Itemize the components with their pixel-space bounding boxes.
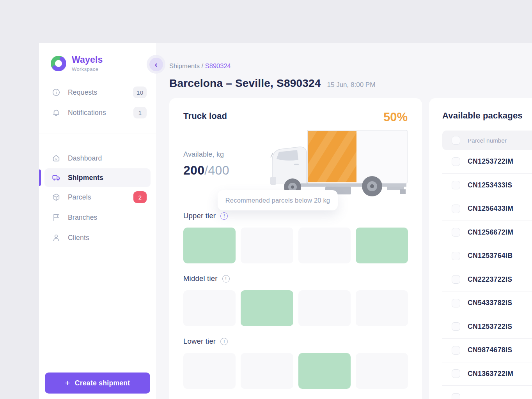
sidebar-item-label: Clients: [68, 234, 89, 242]
sidebar-item-label: Shipments: [68, 174, 103, 182]
brand-name: Wayels: [72, 55, 103, 65]
package-row: CN1256433IM: [442, 197, 532, 221]
available-label: Available, kg: [183, 150, 229, 159]
package-checkbox[interactable]: [452, 299, 460, 307]
parcels-count-badge: 2: [133, 191, 147, 203]
sidebar-item-notifications[interactable]: Notifications 1: [39, 102, 156, 123]
parcel-number: CN2223722IS: [468, 275, 512, 284]
truck-illustration: [270, 128, 409, 198]
brand-logo: Wayels Workspace: [39, 43, 156, 72]
create-shipment-button[interactable]: + Create shipment: [45, 373, 150, 394]
available-packages-title: Available packages: [429, 98, 532, 121]
sidebar-item-label: Dashboard: [68, 154, 102, 162]
sidebar-item-label: Notifications: [68, 109, 106, 117]
sidebar-item-label: Branches: [68, 214, 98, 222]
sidebar: Wayels Workspace Requests 10: [39, 43, 156, 399]
sidebar-item-branches[interactable]: Branches: [39, 207, 156, 228]
package-checkbox[interactable]: [452, 369, 460, 378]
tier-sections: Upper tier ! Middel tier !: [183, 211, 408, 399]
tier-slot[interactable]: [241, 290, 293, 326]
main-content: ‹ Shipments / S890324 Barcelona – Sevill…: [156, 43, 532, 399]
parcel-number: CN5433782IS: [468, 299, 512, 307]
lower-tier-info-icon[interactable]: !: [220, 338, 228, 345]
package-checkbox[interactable]: [452, 393, 460, 399]
parcel-number: CN1363722IM: [468, 370, 513, 378]
box-icon: [51, 192, 61, 202]
package-checkbox[interactable]: [452, 322, 460, 331]
upper-tier-info-icon[interactable]: !: [220, 212, 228, 220]
middle-tier-grid: [183, 290, 408, 326]
info-circle-icon: [51, 88, 61, 97]
package-checkbox[interactable]: [452, 181, 460, 189]
sidebar-item-parcels[interactable]: Parcels 2: [39, 187, 156, 207]
sidebar-item-dashboard[interactable]: Dashboard: [39, 148, 156, 168]
sidebar-main-nav: Dashboard Shipments: [39, 148, 156, 248]
sidebar-item-label: Requests: [68, 88, 98, 97]
tier-slot[interactable]: [183, 228, 236, 263]
packages-list: CN1253722IM CN1253433IS CN1256433IM CN12…: [442, 150, 532, 399]
truck-load-card: Truck load 50% Available, kg 200/400: [169, 98, 422, 399]
lower-tier-label: Lower tier: [183, 337, 216, 346]
package-checkbox[interactable]: [452, 252, 460, 260]
package-row: CN5433782IS: [442, 291, 532, 315]
app-window: Wayels Workspace Requests 10: [39, 43, 532, 399]
plus-icon: +: [65, 379, 70, 387]
available-packages-card: Available packages Parcel number CN12537…: [429, 98, 532, 399]
breadcrumb-shipments-link[interactable]: Shipments: [169, 62, 200, 69]
sidebar-item-shipments[interactable]: Shipments: [44, 168, 151, 187]
page-header: Barcelona – Seville, S890324 15 Jun, 8:0…: [169, 77, 375, 90]
recommendation-tooltip: Recommended parcels below 20 kg: [218, 190, 338, 210]
user-icon: [51, 233, 61, 242]
available-total-value: /400: [204, 163, 229, 177]
notifications-count-badge: 1: [133, 107, 147, 118]
wayels-logo-icon: [51, 56, 66, 71]
available-weight-block: Available, kg 200/400: [183, 150, 229, 178]
shipment-datetime: 15 Jun, 8:00 PM: [327, 81, 376, 89]
tier-slot[interactable]: [241, 228, 293, 263]
package-row: CN1253722IS: [442, 315, 532, 339]
parcel-number: CN9874678IS: [468, 346, 512, 354]
tier-slot[interactable]: [298, 228, 351, 263]
tier-slot[interactable]: [356, 228, 408, 263]
package-row: CN1253764IB: [442, 244, 532, 268]
tier-slot[interactable]: [183, 290, 236, 326]
tier-slot[interactable]: [298, 353, 351, 389]
flag-icon: [51, 213, 61, 222]
parcel-number: CN1253433IS: [468, 181, 512, 189]
middle-tier-label: Middel tier: [183, 274, 218, 283]
package-row: CN1363722IM: [442, 362, 532, 386]
sidebar-item-clients[interactable]: Clients: [39, 228, 156, 248]
tier-slot[interactable]: [183, 353, 236, 389]
load-percent-value: 50%: [383, 111, 408, 123]
select-all-checkbox[interactable]: [452, 136, 460, 145]
parcel-number: CN1253764IB: [468, 252, 512, 260]
package-checkbox[interactable]: [452, 346, 460, 355]
package-row: CN2223722IS: [442, 268, 532, 292]
tier-slot[interactable]: [356, 290, 408, 326]
package-row-partial: [442, 386, 532, 399]
package-checkbox[interactable]: [452, 228, 460, 237]
package-row: CN1256672IM: [442, 221, 532, 245]
middle-tier-info-icon[interactable]: !: [222, 275, 230, 282]
package-checkbox[interactable]: [452, 205, 460, 213]
breadcrumb-separator: /: [200, 62, 205, 69]
truck-load-title: Truck load: [183, 111, 227, 121]
back-button[interactable]: ‹: [147, 55, 165, 74]
parcel-number: CN1256672IM: [468, 228, 513, 237]
upper-tier-label: Upper tier: [183, 212, 216, 220]
tier-slot[interactable]: [298, 290, 351, 326]
sidebar-item-requests[interactable]: Requests 10: [39, 82, 156, 102]
tier-slot[interactable]: [241, 353, 293, 389]
lower-tier-grid: [183, 353, 408, 389]
available-current-value: 200: [183, 163, 204, 177]
package-checkbox[interactable]: [452, 275, 460, 284]
requests-count-badge: 10: [133, 87, 147, 98]
upper-tier-grid: [183, 228, 408, 263]
parcel-number-column-header: Parcel number: [468, 137, 507, 144]
parcel-number: CN1253722IM: [468, 157, 513, 166]
package-checkbox[interactable]: [452, 157, 460, 166]
page-title: Barcelona – Seville, S890324: [169, 77, 321, 90]
tier-slot[interactable]: [356, 353, 408, 389]
recommendation-text: Recommended parcels below 20 kg: [225, 197, 330, 204]
packages-table-header: Parcel number: [442, 131, 532, 150]
